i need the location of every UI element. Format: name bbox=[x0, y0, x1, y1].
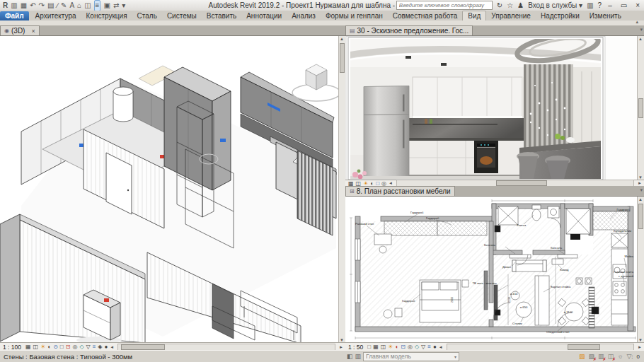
tab-systems[interactable]: Системы bbox=[162, 11, 202, 21]
app-store-icon[interactable]: ▥ bbox=[587, 1, 593, 9]
vcb-icon[interactable]: ◇ bbox=[415, 344, 419, 350]
vcb-icon[interactable]: ≡ bbox=[427, 344, 431, 350]
canvas-render-view[interactable]: ▲ ▼ bbox=[345, 35, 644, 180]
vcb-icon[interactable]: □ bbox=[367, 344, 371, 350]
tab-modify[interactable]: Изменить bbox=[585, 11, 626, 21]
vcb-icon[interactable]: ◐ bbox=[47, 344, 51, 350]
scrollbar-3d-horizontal[interactable] bbox=[117, 344, 335, 351]
section-icon[interactable]: ◫ bbox=[84, 1, 91, 11]
scrollbar-3d-vertical[interactable]: ▲ ▼ bbox=[338, 36, 345, 343]
tab-massing[interactable]: Формы и генплан bbox=[321, 11, 388, 21]
vcb-icon[interactable]: ● bbox=[105, 344, 108, 350]
view-3d-drawing bbox=[0, 36, 339, 343]
vcb-icon[interactable]: ▽ bbox=[421, 344, 425, 350]
save-icon[interactable]: ▦ bbox=[21, 1, 27, 11]
thin-lines-icon[interactable]: ≡ bbox=[94, 0, 101, 11]
tab-manage[interactable]: Управление bbox=[486, 11, 536, 21]
search-input[interactable] bbox=[396, 1, 493, 10]
view-tab-bar-plan: ⊞ 8. План расстановки мебели ▾ bbox=[345, 186, 644, 196]
tab-view[interactable]: Вид bbox=[462, 11, 486, 21]
scale-button-plan[interactable]: 1 : 50 bbox=[348, 344, 363, 351]
scrollbar-render-vertical[interactable]: ▲ ▼ bbox=[637, 36, 644, 180]
vcb-icon[interactable]: ● bbox=[433, 344, 437, 350]
minimize-button[interactable]: – bbox=[606, 1, 614, 9]
hscroll-left-arrow[interactable]: ◄ bbox=[110, 345, 114, 349]
switch-windows-icon[interactable]: ⇄ bbox=[113, 1, 119, 11]
default-3d-view-icon[interactable]: ⌂ bbox=[77, 1, 81, 11]
editable-only-icon[interactable]: ▨ bbox=[579, 353, 585, 360]
vcb-icon[interactable]: ◫ bbox=[33, 344, 39, 350]
tab-annotate[interactable]: Аннотации bbox=[241, 11, 287, 21]
vcb-icon[interactable]: ▽ bbox=[86, 344, 91, 350]
sign-in-menu[interactable]: Вход в службы ▾ bbox=[528, 1, 582, 9]
filter-icon[interactable]: ▽: bbox=[626, 353, 633, 360]
link-icon[interactable]: ▧✗ bbox=[589, 353, 595, 360]
favorites-icon[interactable]: ☆ bbox=[507, 1, 513, 9]
hscroll-right-arrow[interactable]: ► bbox=[638, 345, 642, 349]
tab-collaborate[interactable]: Совместная работа bbox=[388, 11, 463, 21]
sun-path-icon[interactable]: ☀ bbox=[40, 344, 45, 350]
redo-icon[interactable]: ↷ bbox=[39, 1, 45, 11]
vcb-icon[interactable]: □ bbox=[60, 344, 64, 350]
print-icon[interactable]: ▤ bbox=[47, 1, 54, 11]
view-tab-plan[interactable]: ⊞ 8. План расстановки мебели bbox=[345, 186, 455, 196]
design-options-icon[interactable]: ▥ bbox=[355, 353, 362, 360]
vcb-icon[interactable]: ◎ bbox=[72, 344, 77, 350]
tab-file[interactable]: Файл bbox=[0, 11, 29, 21]
canvas-3d-view[interactable]: ▲ ▼ bbox=[0, 35, 345, 343]
pin-icon[interactable]: ▾ bbox=[640, 187, 643, 193]
hscroll-left-arrow[interactable]: ◄ bbox=[439, 345, 443, 349]
measure-icon[interactable]: ∕ bbox=[57, 1, 58, 11]
scale-button-3d[interactable]: 1 : 100 bbox=[3, 344, 21, 351]
vcb-icon[interactable]: ⊙ bbox=[53, 344, 58, 350]
exclude-options-icon[interactable]: ▥✗ bbox=[598, 353, 604, 360]
ribbon-toggle-icon[interactable]: ▴ bbox=[636, 19, 638, 25]
help-icon[interactable]: ? bbox=[598, 1, 602, 9]
hscroll-right-arrow[interactable]: ► bbox=[638, 181, 642, 185]
sync-icon[interactable]: ↻ bbox=[497, 1, 502, 9]
vcb-icon[interactable]: ◈ bbox=[98, 344, 102, 350]
tab-steel[interactable]: Сталь bbox=[132, 11, 162, 21]
open-icon[interactable]: ▥ bbox=[11, 1, 17, 11]
revit-logo-icon[interactable]: R bbox=[3, 1, 8, 11]
vcb-icon[interactable]: ◎ bbox=[408, 344, 413, 350]
view-tab-bar-render: ▤ 30 - Эскизное предложение. Гос... ▾ bbox=[345, 25, 644, 35]
vcb-icon[interactable]: ≡ bbox=[93, 344, 96, 350]
press-drag-icon[interactable]: ◫✗ bbox=[608, 353, 614, 360]
background-process-icon[interactable]: ☼ bbox=[617, 353, 623, 360]
sun-path-icon[interactable]: ☀ bbox=[388, 344, 393, 350]
pin-icon[interactable]: ▾ bbox=[640, 27, 643, 33]
tab-analyze[interactable]: Анализ bbox=[287, 11, 321, 21]
vcb-icon[interactable]: ◇ bbox=[79, 344, 84, 350]
vcb-icon[interactable]: ⊡ bbox=[66, 344, 71, 350]
scrollbar-plan-horizontal[interactable] bbox=[447, 344, 634, 351]
vcb-icon[interactable]: ◫ bbox=[381, 344, 386, 350]
view-tab-3d[interactable]: ◉ (3D) × bbox=[0, 25, 40, 35]
tab-insert[interactable]: Вставить bbox=[202, 11, 241, 21]
main-model-select[interactable]: Главная модель ▾ bbox=[363, 352, 459, 361]
customize-qat-icon[interactable]: ▾ bbox=[122, 1, 125, 11]
worksets-icon[interactable]: ◧ bbox=[347, 353, 353, 360]
hscroll-right-arrow[interactable]: ► bbox=[339, 345, 343, 349]
tab-architecture[interactable]: Архитектура bbox=[30, 11, 81, 21]
canvas-plan-view[interactable]: Рабочий стол Гардероб Гардероб Гардероб … bbox=[345, 196, 644, 343]
viewcube[interactable] bbox=[292, 64, 339, 101]
tab-structure[interactable]: Конструкция bbox=[81, 11, 132, 21]
restore-button[interactable]: ▭ bbox=[619, 1, 629, 9]
render-photo bbox=[350, 36, 601, 180]
vcb-icon[interactable]: ◐ bbox=[395, 344, 398, 350]
vcb-icon[interactable]: ⊡ bbox=[401, 344, 406, 350]
vcb-icon[interactable]: ▦ bbox=[373, 344, 379, 350]
undo-icon[interactable]: ↶ bbox=[30, 1, 35, 11]
tab-addins[interactable]: Надстройки bbox=[536, 11, 585, 21]
vcb-icon[interactable]: ▦ bbox=[25, 344, 31, 350]
view-tab-render[interactable]: ▤ 30 - Эскизное предложение. Гос... bbox=[345, 25, 473, 35]
profile-icon[interactable]: ♟ bbox=[517, 1, 524, 9]
close-button[interactable]: × bbox=[633, 1, 642, 9]
hscroll-left-arrow[interactable]: ◄ bbox=[389, 181, 393, 185]
tag-icon[interactable]: ✎ bbox=[61, 1, 67, 11]
text-icon[interactable]: A bbox=[69, 1, 74, 11]
scrollbar-plan-vertical[interactable]: ▲ ▼ bbox=[637, 197, 644, 343]
close-view-tab-icon[interactable]: × bbox=[31, 28, 35, 35]
close-hidden-windows-icon[interactable]: ▣ bbox=[103, 1, 110, 11]
